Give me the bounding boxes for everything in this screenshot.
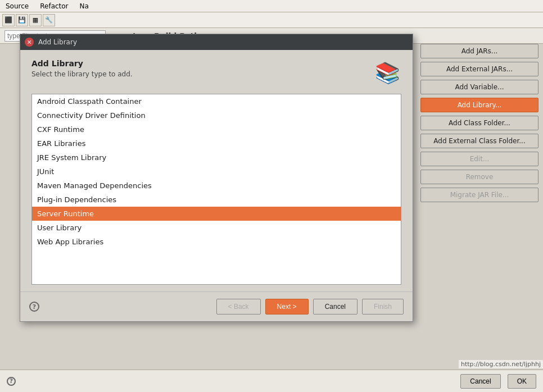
migrate-jar-button[interactable]: Migrate JAR File...	[420, 188, 539, 202]
right-panel: Add JARs... Add External JARs... Add Var…	[420, 44, 539, 202]
library-item-user[interactable]: User Library	[32, 221, 401, 235]
library-item-android[interactable]: Android Classpath Container	[32, 94, 401, 108]
toolbar-btn-3[interactable]: ▦	[29, 14, 42, 26]
add-class-folder-button[interactable]: Add Class Folder...	[420, 116, 539, 130]
add-external-jars-button[interactable]: Add External JARs...	[420, 62, 539, 76]
main-ok-button[interactable]: OK	[508, 374, 536, 389]
dialog-header: Add Library Select the library type to a…	[31, 59, 401, 87]
menu-na[interactable]: Na	[76, 1, 92, 11]
library-item-junit[interactable]: JUnit	[32, 165, 401, 179]
menu-bar: Source Refactor Na	[0, 0, 543, 12]
library-item-server-runtime[interactable]: Server Runtime	[32, 207, 401, 221]
cancel-button[interactable]: Cancel	[313, 299, 358, 314]
watermark: http://blog.csdn.net/ljphhj	[459, 360, 543, 368]
toolbar: ⬛ 💾 ▦ 🔧	[0, 12, 543, 28]
next-button[interactable]: Next >	[265, 299, 309, 314]
add-library-dialog: ✕ Add Library Add Library Select the lib…	[20, 34, 413, 322]
toolbar-btn-2[interactable]: 💾	[16, 14, 28, 26]
dialog-header-text: Add Library Select the library type to a…	[31, 59, 133, 78]
add-jars-button[interactable]: Add JARs...	[420, 44, 539, 58]
remove-button[interactable]: Remove	[420, 170, 539, 184]
library-list[interactable]: Android Classpath Container Connectivity…	[31, 94, 401, 285]
library-item-maven[interactable]: Maven Managed Dependencies	[32, 179, 401, 193]
menu-refactor[interactable]: Refactor	[37, 1, 71, 11]
toolbar-btn-4[interactable]: 🔧	[43, 14, 55, 26]
bottom-bar: ? Cancel OK	[0, 370, 543, 392]
finish-button[interactable]: Finish	[362, 299, 404, 314]
library-item-plugin[interactable]: Plug-in Dependencies	[32, 193, 401, 207]
dialog-close-button[interactable]: ✕	[25, 38, 34, 47]
library-item-connectivity[interactable]: Connectivity Driver Definition	[32, 108, 401, 122]
add-external-class-folder-button[interactable]: Add External Class Folder...	[420, 134, 539, 148]
dialog-title: Add Library	[38, 38, 77, 46]
dialog-help-icon[interactable]: ?	[29, 302, 39, 312]
edit-button[interactable]: Edit...	[420, 152, 539, 166]
back-button[interactable]: < Back	[216, 299, 261, 314]
dialog-titlebar: ✕ Add Library	[20, 34, 413, 50]
library-item-ear[interactable]: EAR Libraries	[32, 136, 401, 151]
library-item-jre[interactable]: JRE System Library	[32, 151, 401, 165]
add-library-button[interactable]: Add Library...	[420, 98, 539, 112]
main-cancel-button[interactable]: Cancel	[460, 374, 500, 389]
library-icon: 📚	[373, 59, 401, 87]
dialog-subtitle: Select the library type to add.	[31, 70, 133, 78]
dialog-heading: Add Library	[31, 59, 133, 68]
toolbar-btn-1[interactable]: ⬛	[2, 14, 15, 26]
dialog-content: Add Library Select the library type to a…	[20, 50, 413, 291]
library-item-cxf[interactable]: CXF Runtime	[32, 122, 401, 136]
help-icon[interactable]: ?	[7, 377, 16, 386]
library-item-webapp[interactable]: Web App Libraries	[32, 235, 401, 249]
menu-source[interactable]: Source	[2, 1, 32, 11]
dialog-buttons: ? < Back Next > Cancel Finish	[20, 291, 413, 321]
add-variable-button[interactable]: Add Variable...	[420, 80, 539, 94]
